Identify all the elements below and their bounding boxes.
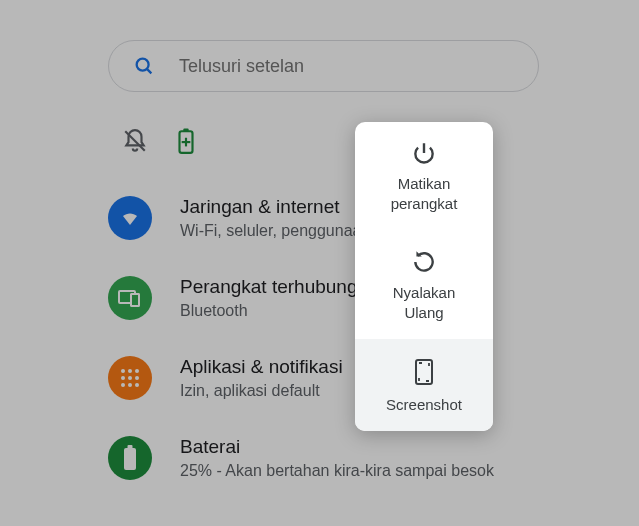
power-label: NyalakanUlang	[393, 283, 456, 324]
svg-point-16	[121, 383, 125, 387]
screenshot-button[interactable]: Screenshot	[355, 339, 493, 431]
svg-rect-8	[131, 294, 139, 306]
wifi-icon	[108, 196, 152, 240]
svg-rect-19	[124, 448, 136, 470]
power-off-button[interactable]: Matikanperangkat	[355, 122, 493, 231]
svg-point-18	[135, 383, 139, 387]
svg-line-1	[147, 69, 151, 73]
settings-screen: Jaringan & internet Wi-Fi, seluler, peng…	[0, 0, 639, 498]
svg-point-10	[121, 369, 125, 373]
apps-icon	[108, 356, 152, 400]
svg-rect-20	[128, 445, 133, 449]
battery-saver-icon	[178, 128, 194, 154]
devices-icon	[108, 276, 152, 320]
item-subtitle: 25% - Akan bertahan kira-kira sampai bes…	[180, 462, 539, 480]
search-bar[interactable]	[108, 40, 539, 92]
svg-point-11	[128, 369, 132, 373]
restart-icon	[411, 249, 437, 275]
power-menu: Matikanperangkat NyalakanUlang Screensho…	[355, 122, 493, 431]
power-label: Matikanperangkat	[391, 174, 458, 215]
dnd-off-icon	[122, 128, 148, 154]
item-title: Baterai	[180, 436, 539, 458]
search-icon	[133, 55, 155, 77]
svg-point-15	[135, 376, 139, 380]
restart-button[interactable]: NyalakanUlang	[355, 231, 493, 340]
svg-point-13	[121, 376, 125, 380]
svg-point-12	[135, 369, 139, 373]
search-input[interactable]	[179, 56, 514, 77]
svg-point-14	[128, 376, 132, 380]
svg-point-0	[137, 59, 149, 71]
svg-point-17	[128, 383, 132, 387]
svg-rect-4	[183, 129, 188, 132]
power-label: Screenshot	[386, 395, 462, 415]
screenshot-icon	[413, 357, 435, 387]
battery-icon	[108, 436, 152, 480]
power-icon	[411, 140, 437, 166]
